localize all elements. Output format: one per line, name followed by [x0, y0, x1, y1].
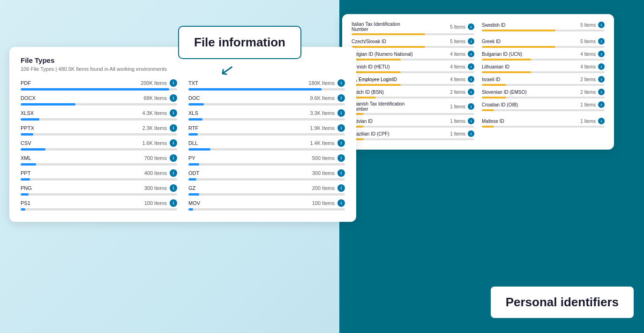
id-row: Italian Tax Identification Number 5 Item…: [352, 22, 474, 35]
file-type-name: PY: [188, 155, 195, 161]
info-button[interactable]: i: [337, 184, 345, 192]
file-row-header: PPTX 2.3K Items i: [21, 124, 177, 132]
file-count: 300 Items: [144, 185, 167, 191]
file-type-name: CSV: [21, 140, 31, 146]
info-button[interactable]: i: [170, 199, 177, 207]
info-button[interactable]: i: [337, 94, 345, 102]
id-info-button[interactable]: i: [468, 38, 474, 45]
id-progress-bg: [482, 30, 605, 31]
info-button[interactable]: i: [170, 169, 177, 177]
progress-bar-bg: [21, 163, 177, 166]
progress-bar-bg: [21, 148, 177, 151]
info-button[interactable]: i: [337, 139, 345, 147]
id-name: Italian Tax Identification Number: [352, 22, 417, 32]
id-count: 4 Items: [580, 52, 596, 57]
id-row-header: Israeli ID 2 Items i: [482, 76, 605, 83]
personal-id-callout: Personal identifiers: [490, 286, 635, 319]
file-types-subtitle: 106 File Types | 480.5K Items found in A…: [21, 66, 345, 72]
id-name: Maltese ID: [482, 119, 504, 124]
info-button[interactable]: i: [337, 169, 345, 177]
id-info-button[interactable]: i: [598, 89, 605, 95]
id-progress-fill: [352, 33, 425, 35]
progress-bar-fill: [21, 208, 25, 211]
id-progress-fill: [352, 84, 401, 86]
id-info-button[interactable]: i: [468, 103, 474, 110]
file-count-area: 180K Items i: [308, 79, 345, 87]
id-info-button[interactable]: i: [468, 130, 474, 137]
progress-bar-fill: [21, 148, 45, 151]
id-count-area: 1 Items i: [450, 103, 474, 110]
progress-bar-bg: [21, 88, 177, 91]
id-info-button[interactable]: i: [468, 89, 474, 95]
id-info-button[interactable]: i: [598, 101, 605, 108]
id-progress-bg: [352, 113, 474, 115]
id-info-button[interactable]: i: [598, 76, 605, 83]
progress-bar-fill: [21, 88, 169, 91]
info-button[interactable]: i: [337, 79, 345, 87]
id-progress-fill: [482, 84, 506, 86]
progress-bar-fill: [188, 208, 193, 211]
info-button[interactable]: i: [170, 94, 177, 102]
id-count: 4 Items: [450, 52, 465, 57]
file-count: 1.4K Items: [310, 140, 335, 146]
progress-bar-bg: [188, 148, 345, 151]
id-count: 1 Items: [580, 119, 596, 124]
progress-bar-fill: [188, 148, 210, 151]
progress-bar-bg: [188, 163, 345, 166]
id-info-button[interactable]: i: [468, 51, 474, 57]
id-name: Brazilian ID (CPF): [352, 131, 389, 136]
id-info-button[interactable]: i: [598, 22, 605, 28]
progress-bar-bg: [188, 178, 345, 181]
id-row: Brazilian ID (CPF) 1 Items i: [352, 130, 474, 140]
id-info-button[interactable]: i: [598, 118, 605, 124]
file-type-name: PPTX: [21, 125, 34, 131]
id-row-header: Brazilian ID (CPF) 1 Items i: [352, 130, 474, 137]
id-count-area: 4 Items i: [580, 63, 605, 70]
file-type-row: XML 700 Items i: [21, 154, 177, 166]
info-button[interactable]: i: [170, 124, 177, 132]
file-count-area: 700 Items i: [144, 154, 177, 162]
file-count-area: 100 Items i: [144, 199, 177, 207]
file-row-header: RTF 1.9K Items i: [188, 124, 345, 132]
file-type-name: PDF: [21, 80, 31, 86]
file-type-row: PPT 400 Items i: [21, 169, 177, 181]
info-button[interactable]: i: [337, 154, 345, 162]
progress-bar-bg: [188, 103, 345, 106]
id-info-button[interactable]: i: [468, 76, 474, 83]
id-info-button[interactable]: i: [598, 51, 605, 57]
id-info-button[interactable]: i: [468, 118, 474, 124]
id-info-button[interactable]: i: [598, 63, 605, 70]
info-button[interactable]: i: [170, 184, 177, 192]
id-row-header: Italian Tax Identification Number 5 Item…: [352, 22, 474, 32]
file-count: 200 Items: [312, 185, 335, 191]
id-count-area: 5 Items i: [580, 38, 605, 45]
file-types-count: 106 File Types: [21, 66, 54, 72]
file-type-row: DLL 1.4K Items i: [188, 139, 345, 151]
id-progress-bg: [352, 126, 474, 128]
info-button[interactable]: i: [337, 199, 345, 207]
info-button[interactable]: i: [337, 124, 345, 132]
id-progress-bg: [352, 33, 474, 35]
id-progress-bg: [352, 84, 474, 86]
personal-id-grid: Italian Tax Identification Number 5 Item…: [352, 22, 605, 140]
progress-bar-bg: [188, 133, 345, 136]
file-type-name: MOV: [188, 200, 200, 206]
file-count: 500 Items: [312, 155, 335, 161]
id-progress-bg: [352, 46, 474, 48]
id-info-button[interactable]: i: [598, 38, 605, 45]
id-info-button[interactable]: i: [468, 63, 474, 70]
id-name: Slovenian ID (EMSO): [482, 90, 527, 95]
id-row-header: Finnish ID (HETU) 4 Items i: [352, 63, 474, 70]
id-count: 2 Items: [450, 90, 465, 95]
id-count: 5 Items: [450, 39, 465, 44]
info-button[interactable]: i: [170, 154, 177, 162]
info-button[interactable]: i: [170, 79, 177, 87]
info-button[interactable]: i: [170, 109, 177, 117]
info-button[interactable]: i: [337, 109, 345, 117]
file-row-header: CSV 1.6K Items i: [21, 139, 177, 147]
id-info-button[interactable]: i: [468, 23, 474, 30]
id-row: Greek ID 5 Items i: [482, 38, 605, 48]
progress-bar-fill: [21, 163, 36, 166]
info-button[interactable]: i: [170, 139, 177, 147]
file-type-row: PY 500 Items i: [188, 154, 345, 166]
